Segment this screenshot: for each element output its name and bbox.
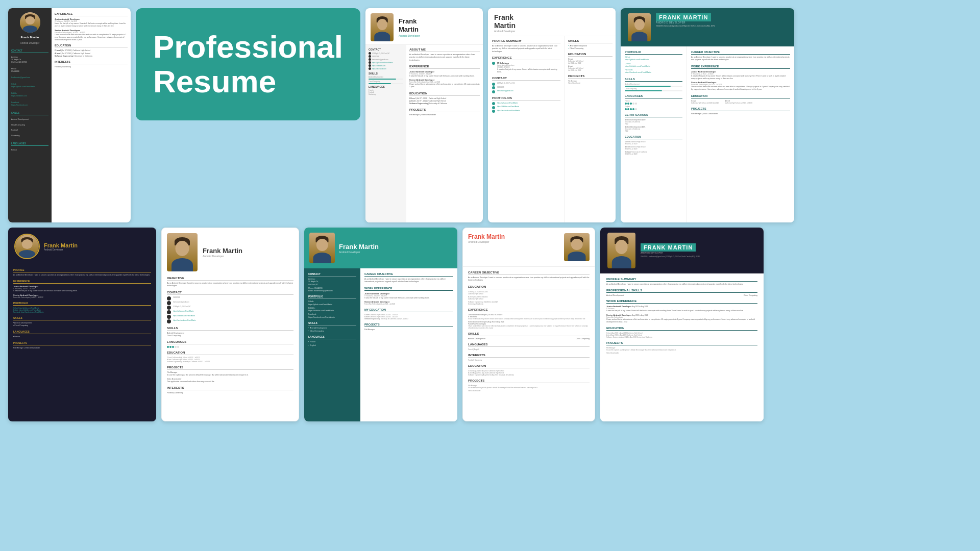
card4-contact: 09442286 | frankmartin@gmail.com | 20 Ma…: [656, 25, 715, 28]
resume-card-2: FrankMartin Android Developer CONTACT 20…: [365, 8, 483, 222]
card3-role: Android Developer: [494, 30, 609, 33]
email-icon: [369, 58, 371, 61]
cardb2-name: Frank Martin: [203, 247, 242, 255]
address-icon: [369, 52, 371, 55]
cardb4-header: Frank Martin Android Developer: [463, 228, 595, 267]
ph-icon: [492, 86, 495, 89]
card3-body: PROFILE SUMMERY As an Android Developer …: [488, 36, 616, 222]
card2-avatar: [371, 13, 394, 41]
card4-header: FRANK MARTIN ANDROID DEVELOPER 09442286 …: [621, 8, 794, 46]
card2-role: Android Developer: [399, 34, 420, 37]
contact-github: https://github.com/FrankMartin: [369, 61, 403, 64]
cardb3-sidebar: CONTACT Address:20 Maple Dr,Old Fort, NC…: [304, 268, 360, 421]
email-dot: [167, 301, 171, 305]
card2-header: FrankMartin Android Developer: [365, 8, 483, 45]
cardb3-name: Frank Martin: [339, 243, 379, 251]
resume-card-b3: Frank Martin Android Developer CONTACT A…: [304, 228, 457, 421]
resume-card-b2: Frank Martin Android Developer OBJECTIVE…: [161, 228, 299, 421]
card3-header: FrankMartin Android Developer: [488, 8, 616, 36]
resume-card-1: Frank Martin Android Developer CONTACT A…: [8, 8, 131, 222]
dribbble-icon: [369, 64, 371, 67]
card1-name: Frank Martin: [20, 36, 39, 39]
resume-card-b1: Frank Martin Android Developer PROFILE A…: [8, 228, 156, 421]
cardb3-main: CAREER OBJECTIVE As an Android Developer…: [360, 268, 457, 421]
dr-dot: [167, 315, 171, 319]
resume-card-b5: FRANK MARTIN ANDROID DEVELOPER 09442286 …: [600, 228, 764, 421]
card2-main: ABOUT ME As an Android Developer I want …: [406, 45, 483, 222]
card4-body: PORTFOLIO Github:https://github.com/Fran…: [621, 46, 794, 222]
cardb1-role: Android Developer: [44, 248, 78, 251]
promo-line1: Professional: [153, 29, 343, 64]
card2-name: FrankMartin: [399, 17, 420, 33]
contact-facebook: https://facebook.com: [369, 67, 403, 70]
card4-role: ANDROID DEVELOPER: [656, 21, 715, 24]
dr-icon: [492, 106, 495, 109]
card4-main: CAREER OBJECTIVE As an Android Developer…: [687, 46, 794, 222]
bottom-row: Frank Martin Android Developer PROFILE A…: [8, 228, 972, 421]
contact-dot: [167, 296, 171, 300]
cardb2-header: Frank Martin Android Developer: [162, 228, 299, 277]
cardb1-header: Frank Martin Android Developer: [8, 228, 156, 265]
card1-avatar: [20, 12, 40, 33]
cardb1-name: Frank Martin: [44, 242, 78, 248]
fb-icon: [492, 110, 495, 113]
card1-sidebar: Frank Martin Android Developer CONTACT A…: [8, 8, 52, 222]
contact-dribbble: https://dribbble.com: [369, 64, 403, 67]
github-icon: [369, 61, 371, 64]
main-container: Frank Martin Android Developer CONTACT A…: [8, 8, 972, 543]
promo-box: Professional Resume: [136, 8, 360, 120]
cardb2-body: OBJECTIVE As an Android Developer I want…: [162, 277, 299, 421]
card4-name: FRANK MARTIN: [659, 14, 708, 20]
phone-icon: [369, 55, 371, 58]
cardb1-body: PROFILE As an Android Developer I want t…: [8, 265, 156, 421]
card3-main: PROFILE SUMMERY As an Android Developer …: [488, 36, 565, 222]
resume-card-b4: Frank Martin Android Developer Career Ob…: [462, 228, 595, 421]
facebook-icon: [369, 67, 371, 70]
cardb5-contact: 09442286 | frankmartin@gmail.com | 20 Ma…: [641, 256, 700, 258]
cardb3-body: CONTACT Address:20 Maple Dr,Old Fort, NC…: [304, 268, 457, 421]
card3-name: FrankMartin: [494, 13, 609, 30]
cardb5-role: ANDROID DEVELOPER: [641, 252, 700, 254]
contact-address: 20 Maple Dr, Old Fort, NC: [369, 52, 403, 55]
promo-title: Professional Resume: [153, 30, 343, 99]
promo-line2: Resume: [153, 64, 276, 99]
cardb5-header: FRANK MARTIN ANDROID DEVELOPER 09442286 …: [600, 228, 764, 273]
cardb2-avatar: [167, 233, 198, 271]
card1-title: Android Developer: [20, 42, 39, 44]
card2-sidebar: CONTACT 20 Maple Dr, Old Fort, NC 094422…: [365, 45, 406, 222]
cardb2-role: Android Developer: [203, 255, 242, 258]
resume-card-4: FRANK MARTIN ANDROID DEVELOPER 09442286 …: [621, 8, 794, 222]
card2-body: CONTACT 20 Maple Dr, Old Fort, NC 094422…: [365, 45, 483, 222]
cardb3-avatar: [309, 233, 335, 263]
cardb4-avatar: [564, 233, 590, 261]
cardb1-avatar: [14, 234, 40, 259]
top-row: Frank Martin Android Developer CONTACT A…: [8, 8, 972, 222]
exp-icon: [492, 62, 495, 65]
card4-sidebar: PORTFOLIO Github:https://github.com/Fran…: [621, 46, 687, 222]
em-icon: [492, 90, 495, 93]
addr-dot: [167, 306, 171, 310]
gh-dot: [167, 310, 171, 314]
cardb5-name: FRANK MARTIN: [644, 244, 693, 251]
cardb3-header: Frank Martin Android Developer: [304, 228, 457, 268]
card3-sidebar: SKILLS •Android Development •Cloud Compu…: [565, 36, 616, 222]
cardb3-role: Android Developer: [339, 251, 379, 254]
resume-card-3: FrankMartin Android Developer PROFILE SU…: [488, 8, 616, 222]
cardb5-body: PROFILE SUMMARY As an Android Developer …: [600, 273, 764, 421]
loc-icon: [492, 83, 495, 86]
contact-email: frankmartin@gmail.com: [369, 58, 403, 61]
gh-icon: [492, 102, 495, 105]
cardb5-avatar: [607, 233, 635, 268]
card4-avatar: [628, 13, 651, 41]
cardb4-body: Career Objective As an Android Developer…: [463, 267, 595, 421]
contact-label: CONTACT: [369, 48, 403, 51]
card1-main: EXPERIENCE Junior Android Developer IT S…: [52, 8, 131, 222]
contact-phone: 09442286: [369, 55, 403, 58]
fb-dot: [167, 319, 171, 323]
